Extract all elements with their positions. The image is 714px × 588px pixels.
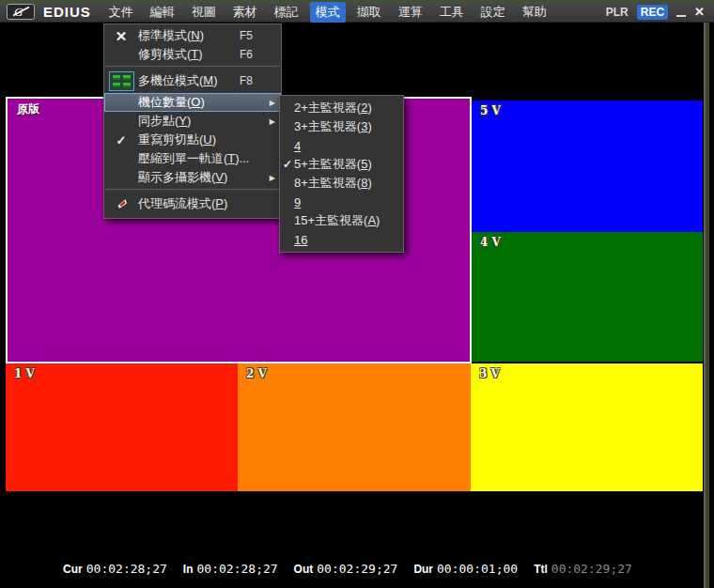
camera-4-label: 4 V: [472, 232, 509, 253]
camera-4-monitor[interactable]: 4 V: [472, 232, 703, 362]
close-icon[interactable]: ✕: [694, 6, 705, 18]
submenu-item-label: 4: [294, 139, 301, 153]
menubar-item-capture[interactable]: 擷取: [351, 2, 387, 23]
minimize-icon[interactable]: [676, 15, 686, 17]
x-icon: ✕: [116, 29, 128, 43]
submenu-arrow-icon: ▶: [270, 99, 275, 107]
menu-item-camera-count[interactable]: 機位數量(O) ▶: [104, 93, 281, 112]
window-controls: PLR REC ✕: [606, 5, 705, 20]
menubar-item-file[interactable]: 文件: [103, 2, 139, 23]
menubar-item-clip[interactable]: 素材: [227, 2, 263, 23]
timecode-label: Cur: [63, 563, 83, 576]
timecode-label: Ttl: [534, 563, 548, 576]
menu-item-sync-point[interactable]: 同步點(Y) ▶: [104, 112, 281, 131]
menu-item-proxy-mode[interactable]: 代理碼流模式(P): [104, 192, 281, 216]
menu-item-compress-to-single-track[interactable]: 壓縮到單一軌道(T)...: [104, 149, 281, 168]
timecode-label: Dur: [413, 563, 433, 576]
menu-item-standard-mode[interactable]: ✕ 標準模式(N) F5: [104, 26, 281, 45]
menu-item-label: 代理碼流模式(P): [138, 195, 227, 212]
shortcut-f8: F8: [240, 74, 253, 87]
rec-button[interactable]: REC: [637, 5, 668, 20]
menu-separator: [105, 189, 280, 190]
menubar-item-edit[interactable]: 編輯: [145, 2, 180, 23]
mode-menu-dropdown: ✕ 標準模式(N) F5 修剪模式(T) F6 多機位模式(M) F8 機位數量…: [103, 23, 282, 219]
shortcut-f6: F6: [240, 48, 253, 61]
submenu-item-2-plus-master[interactable]: 2+主監視器(2): [280, 99, 403, 117]
submenu-item-label: 5+主監視器(5): [294, 156, 372, 173]
timecode-value: 00:02:28;27: [197, 562, 278, 576]
timecode-out: Out 00:02:29;27: [294, 562, 398, 576]
timecode-value: 00:00:01;00: [437, 562, 518, 576]
camera-1-label: 1 V: [6, 364, 43, 384]
camera-glyph: [122, 74, 132, 81]
timecode-value: 00:02:28;27: [86, 562, 167, 576]
plr-button[interactable]: PLR: [606, 6, 629, 19]
titlebar: G EDIUS 文件 編輯 視圖 素材 標記 模式 擷取 運算 工具 設定 幫助…: [0, 2, 714, 23]
menu-item-label: 壓縮到單一軌道(T)...: [138, 150, 249, 167]
menubar-item-render[interactable]: 運算: [393, 2, 428, 23]
menu-item-display-multicam[interactable]: 顯示多攝影機(V) ▶: [104, 168, 281, 187]
menu-item-label: 多機位模式(M): [138, 72, 218, 89]
proxy-flag-icon: [108, 197, 134, 211]
menu-item-label: 標準模式(N): [138, 27, 204, 44]
timecode-dur: Dur 00:00:01;00: [413, 562, 518, 576]
camera-3-monitor[interactable]: 3 V: [471, 364, 703, 491]
source-monitor-label: 原版: [8, 99, 49, 120]
menu-item-trim-mode[interactable]: 修剪模式(T) F6: [104, 45, 281, 64]
submenu-item-label: 8+主監視器(8): [294, 175, 372, 192]
timecode-in: In 00:02:28;27: [183, 562, 278, 576]
timecode-value: 00:02:29;27: [317, 562, 397, 576]
edius-window: G EDIUS 文件 編輯 視圖 素材 標記 模式 擷取 運算 工具 設定 幫助…: [0, 0, 714, 588]
menu-separator: [105, 66, 280, 67]
menubar-item-view[interactable]: 視圖: [186, 2, 222, 23]
menu-item-label: 同步點(Y): [138, 113, 191, 130]
menu-item-multicam-mode[interactable]: 多機位模式(M) F8: [104, 69, 281, 93]
submenu-arrow-icon: ▶: [270, 117, 275, 126]
menu-item-label: 機位數量(O): [138, 94, 205, 111]
camera-3-label: 3 V: [471, 364, 508, 384]
camera-count-submenu: 2+主監視器(2) 3+主監視器(3) 4 ✓ 5+主監視器(5) 8+主監視器…: [279, 95, 404, 253]
multicam-mode-icon: [108, 71, 134, 91]
submenu-item-label: 2+主監視器(2): [294, 100, 372, 116]
menubar-item-tools[interactable]: 工具: [434, 2, 470, 23]
submenu-item-label: 3+主監視器(3): [294, 118, 372, 135]
edius-logo-icon: G: [7, 4, 35, 20]
menubar: 文件 編輯 視圖 素材 標記 模式 擷取 運算 工具 設定 幫助: [101, 2, 555, 23]
submenu-item-label: 15+主監視器(A): [294, 212, 380, 229]
camera-2-label: 2 V: [238, 364, 275, 384]
window-right-edge-accent: [706, 23, 709, 588]
menu-item-overwrite-cutpoint[interactable]: ✓ 重寫剪切點(U): [104, 131, 281, 149]
menubar-item-settings[interactable]: 設定: [475, 2, 511, 23]
timecode-value: 00:02:29;27: [551, 562, 632, 576]
camera-glyph: [112, 74, 121, 81]
submenu-item-3-plus-master[interactable]: 3+主監視器(3): [280, 117, 403, 136]
camera-1-monitor[interactable]: 1 V: [6, 364, 238, 491]
submenu-item-label: 9: [294, 195, 301, 209]
submenu-item-8-plus-master[interactable]: 8+主監視器(8): [280, 174, 403, 193]
checkmark-icon: ✓: [283, 158, 292, 171]
standard-mode-icon: ✕: [108, 29, 134, 43]
multicam-icon: [109, 71, 134, 91]
camera-glyph: [122, 82, 132, 88]
checkmark-icon: ✓: [108, 133, 134, 147]
camera-5-monitor[interactable]: 5 V: [472, 101, 703, 232]
camera-2-monitor[interactable]: 2 V: [238, 364, 471, 491]
shortcut-f5: F5: [240, 29, 253, 42]
menubar-item-mode[interactable]: 模式: [310, 2, 346, 23]
timecode-ttl: Ttl 00:02:29;27: [534, 562, 632, 576]
timecode-cur: Cur 00:02:28;27: [63, 562, 167, 576]
submenu-item-9[interactable]: 9: [280, 193, 403, 211]
menubar-item-marker[interactable]: 標記: [269, 2, 304, 23]
timecode-bar: Cur 00:02:28;27 In 00:02:28;27 Out 00:02…: [0, 562, 695, 576]
submenu-item-5-plus-master[interactable]: ✓ 5+主監視器(5): [280, 155, 403, 174]
app-name: EDIUS: [43, 4, 91, 20]
menu-item-label: 修剪模式(T): [138, 46, 203, 63]
submenu-item-4[interactable]: 4: [280, 136, 403, 155]
menubar-item-help[interactable]: 幫助: [517, 2, 552, 23]
submenu-item-15-plus-master[interactable]: 15+主監視器(A): [280, 211, 403, 230]
timecode-label: Out: [294, 563, 314, 576]
submenu-arrow-icon: ▶: [270, 174, 275, 182]
submenu-item-16[interactable]: 16: [280, 230, 403, 249]
timecode-label: In: [183, 563, 194, 576]
submenu-item-label: 16: [294, 233, 307, 247]
